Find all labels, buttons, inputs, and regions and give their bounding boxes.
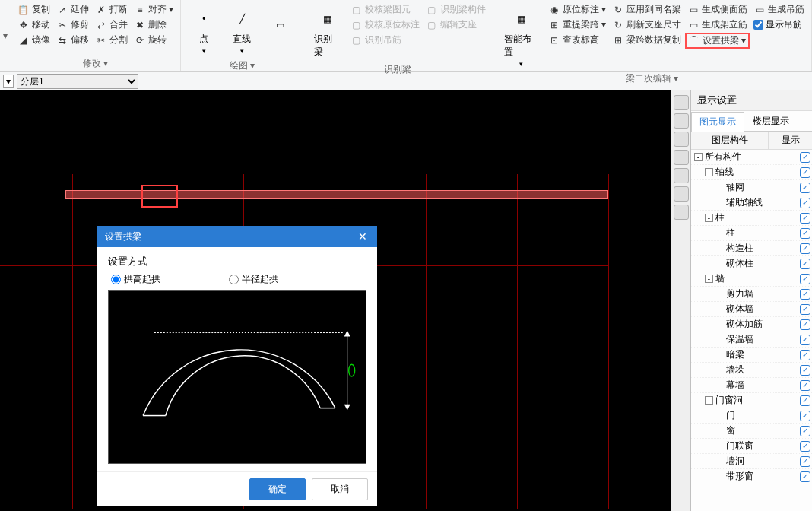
- tree-node[interactable]: 保温墙✓: [691, 332, 812, 348]
- group-modify-label[interactable]: 修改 ▾: [15, 56, 176, 71]
- dialog-titlebar[interactable]: 设置拱梁 ✕: [97, 226, 377, 247]
- tree-node[interactable]: 柱✓: [691, 226, 812, 241]
- btn-rotate[interactable]: ⟳旋转: [132, 33, 176, 47]
- tree-node[interactable]: -所有构件✓: [691, 150, 812, 165]
- btn-smart[interactable]: ▦智能布置▾: [498, 2, 544, 71]
- layer-dropdown-small[interactable]: ▾: [3, 75, 14, 88]
- btn-gen-top[interactable]: ▭生成架立筋: [685, 17, 750, 32]
- tab-element-display[interactable]: 图元显示: [691, 112, 744, 132]
- tree-header: 图层构件 显示: [691, 132, 812, 150]
- view-rotate-icon[interactable]: [674, 168, 689, 183]
- radio-arch-radius[interactable]: 半径起拱: [229, 273, 278, 286]
- tree-node[interactable]: -轴线✓: [691, 165, 812, 180]
- top-icon: ▭: [687, 19, 699, 31]
- view-toolbar: [671, 90, 690, 511]
- tree-node[interactable]: 砌体加筋✓: [691, 317, 812, 332]
- btn-span-copy[interactable]: ⊞梁跨数据复制: [610, 33, 684, 47]
- btn-gen-hanger[interactable]: ▭生成吊筋: [751, 2, 807, 17]
- btn-point[interactable]: •点▾: [186, 2, 222, 58]
- btn-respan[interactable]: ⊞重提梁跨 ▾: [546, 17, 608, 32]
- tree-node[interactable]: 剪力墙✓: [691, 287, 812, 302]
- tree-node[interactable]: 墙垛✓: [691, 363, 812, 378]
- btn-gen-side[interactable]: ▭生成侧面筋: [685, 2, 750, 17]
- view-layers-icon[interactable]: [674, 186, 689, 202]
- tree-node[interactable]: 砌体墙✓: [691, 302, 812, 317]
- btn-identify-member: ▢识别梁构件: [423, 2, 488, 17]
- btn-elev[interactable]: ⊡查改标高: [546, 33, 608, 47]
- btn-mirror[interactable]: ◢镜像: [15, 33, 52, 47]
- tree-node[interactable]: -门窗洞✓: [691, 393, 812, 408]
- btn-extend[interactable]: ↗延伸: [54, 2, 91, 17]
- smart-icon: ▦: [509, 7, 533, 31]
- group-modify: 📋复制 ✥移动 ◢镜像 ↗延伸 ✂修剪 ⇆偏移 ✗打断 ⇄合并 ✂分割 ≡对齐 …: [11, 0, 181, 71]
- btn-break[interactable]: ✗打断: [93, 2, 130, 17]
- layer-select[interactable]: 分层1: [17, 74, 138, 89]
- tree-node[interactable]: 轴网✓: [691, 180, 812, 195]
- btn-apply-same[interactable]: ↻应用到同名梁: [610, 2, 684, 17]
- tree-node[interactable]: 门联窗✓: [691, 439, 812, 454]
- tree-node[interactable]: 窗✓: [691, 424, 812, 439]
- support-icon: ▢: [426, 19, 438, 31]
- tree-node[interactable]: 暗梁✓: [691, 348, 812, 363]
- btn-set-arch[interactable]: ⌒设置拱梁 ▾: [685, 33, 750, 49]
- group-draw: •点▾ ╱直线▾ ▭ 绘图 ▾: [181, 0, 303, 71]
- view-globe-icon[interactable]: [674, 95, 689, 110]
- tab-floor-display[interactable]: 楼层显示: [744, 111, 798, 131]
- identify-icon: ▦: [315, 7, 339, 31]
- merge-icon: ⇄: [95, 19, 107, 31]
- elev-icon: ⊡: [548, 34, 560, 46]
- tree-node[interactable]: 带形窗✓: [691, 469, 812, 484]
- group-edit2: ▦智能布置▾ ◉原位标注 ▾ ⊞重提梁跨 ▾ ⊡查改标高 ↻应用到同名梁 ↻刷新…: [493, 0, 812, 71]
- tree-node[interactable]: -墙✓: [691, 271, 812, 287]
- split-icon: ✂: [95, 34, 107, 46]
- btn-identify-stirrup: ▢识别吊筋: [348, 33, 422, 47]
- tree-header-name: 图层构件: [691, 132, 769, 149]
- orig-icon: ◉: [548, 4, 560, 16]
- tree-node[interactable]: 门✓: [691, 408, 812, 424]
- btn-orig-label[interactable]: ◉原位标注 ▾: [546, 2, 608, 17]
- tree-node[interactable]: 辅助轴线✓: [691, 195, 812, 211]
- radio-arch-height[interactable]: 拱高起拱: [111, 273, 160, 286]
- arch-beam-dialog: 设置拱梁 ✕ 设置方式 拱高起拱 半径起拱 确定 取消: [97, 226, 377, 506]
- tree-node[interactable]: -柱✓: [691, 211, 812, 226]
- section-title: 设置方式: [108, 255, 366, 268]
- btn-delete[interactable]: ✖删除: [132, 17, 176, 32]
- btn-check-label: ▢校核原位标注: [348, 17, 422, 32]
- cancel-button[interactable]: 取消: [312, 478, 368, 500]
- tree-node[interactable]: 构造柱✓: [691, 241, 812, 256]
- trim-icon: ✂: [56, 19, 68, 31]
- group-identify: ▦识别梁 ▢校核梁图元 ▢校核原位标注 ▢识别吊筋 ▢识别梁构件 ▢编辑支座 识…: [303, 0, 493, 71]
- display-settings-panel: 显示设置 图元显示 楼层显示 图层构件 显示 -所有构件✓-轴线✓轴网✓辅助轴线…: [690, 90, 812, 511]
- offset-icon: ⇆: [56, 34, 68, 46]
- group-draw-label[interactable]: 绘图 ▾: [186, 58, 298, 74]
- panel-title: 显示设置: [691, 90, 812, 111]
- layer-tree[interactable]: -所有构件✓-轴线✓轴网✓辅助轴线✓-柱✓柱✓构造柱✓砌体柱✓-墙✓剪力墙✓砌体…: [691, 150, 812, 511]
- ok-button[interactable]: 确定: [249, 478, 306, 500]
- ribbon: ▾ 📋复制 ✥移动 ◢镜像 ↗延伸 ✂修剪 ⇆偏移 ✗打断 ⇄合并 ✂分割 ≡对…: [0, 0, 812, 72]
- btn-refresh-support[interactable]: ↻刷新支座尺寸: [610, 17, 684, 32]
- tree-node[interactable]: 墙洞✓: [691, 454, 812, 469]
- member-icon: ▢: [426, 4, 438, 16]
- btn-merge[interactable]: ⇄合并: [93, 17, 130, 32]
- spancopy-icon: ⊞: [612, 34, 624, 46]
- tree-node[interactable]: 砌体柱✓: [691, 256, 812, 271]
- chk-show-hanger[interactable]: 显示吊筋: [751, 17, 807, 32]
- view-list-icon[interactable]: [674, 205, 689, 220]
- refresh-icon: ↻: [612, 19, 624, 31]
- btn-copy[interactable]: 📋复制: [15, 2, 52, 17]
- group-edit2-label[interactable]: 梁二次编辑 ▾: [498, 71, 807, 87]
- view-plan-icon[interactable]: [674, 132, 689, 147]
- btn-move[interactable]: ✥移动: [15, 17, 52, 32]
- view-3d-icon[interactable]: [674, 113, 689, 129]
- apply-icon: ↻: [612, 4, 624, 16]
- align-icon: ≡: [134, 4, 146, 16]
- btn-offset[interactable]: ⇆偏移: [54, 33, 91, 47]
- view-side-icon[interactable]: [674, 150, 689, 165]
- btn-line[interactable]: ╱直线▾: [224, 2, 260, 58]
- side-icon: ▭: [687, 4, 699, 16]
- tree-node[interactable]: 幕墙✓: [691, 378, 812, 393]
- btn-split[interactable]: ✂分割: [93, 33, 130, 47]
- btn-align[interactable]: ≡对齐 ▾: [132, 2, 176, 17]
- close-icon[interactable]: ✕: [356, 230, 370, 243]
- btn-trim[interactable]: ✂修剪: [54, 17, 91, 32]
